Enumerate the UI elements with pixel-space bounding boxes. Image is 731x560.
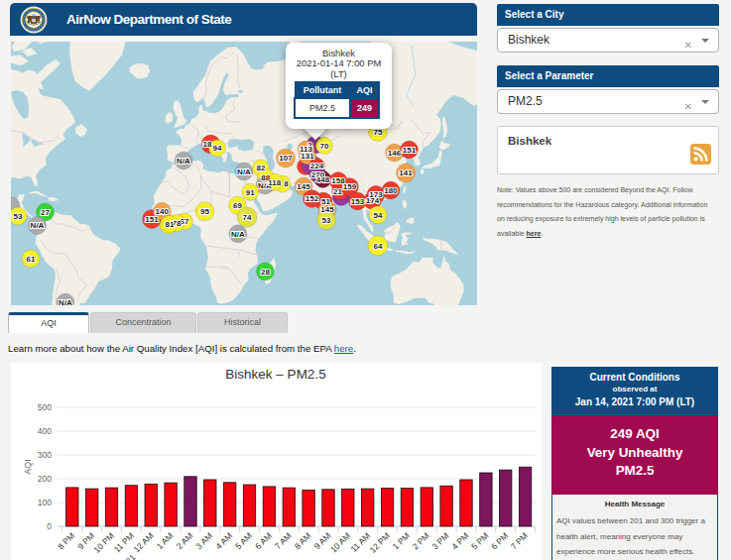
svg-text:8 PM: 8 PM xyxy=(56,530,76,551)
svg-text:21: 21 xyxy=(124,552,138,560)
svg-text:12 PM: 12 PM xyxy=(368,530,392,554)
svg-text:AQI: AQI xyxy=(23,459,33,475)
svg-text:11 PM: 11 PM xyxy=(112,530,136,554)
svg-text:Bishkek – PM2.5: Bishkek – PM2.5 xyxy=(225,367,325,382)
svg-text:1 PM: 1 PM xyxy=(391,530,412,551)
svg-text:2 PM: 2 PM xyxy=(411,530,431,551)
svg-text:11 AM: 11 AM xyxy=(348,530,372,554)
svg-text:400: 400 xyxy=(38,426,52,436)
svg-text:7 AM: 7 AM xyxy=(273,530,294,551)
svg-text:4 AM: 4 AM xyxy=(213,530,234,551)
svg-text:5 AM: 5 AM xyxy=(233,530,254,551)
svg-text:3 PM: 3 PM xyxy=(429,530,450,551)
svg-text:2 AM: 2 AM xyxy=(175,530,195,551)
svg-text:200: 200 xyxy=(38,474,52,484)
svg-text:8 AM: 8 AM xyxy=(293,530,313,551)
svg-text:10 PM: 10 PM xyxy=(91,530,115,554)
svg-text:5 PM: 5 PM xyxy=(469,530,490,551)
svg-text:6 PM: 6 PM xyxy=(489,530,510,551)
svg-text:1 AM: 1 AM xyxy=(155,530,176,551)
svg-text:500: 500 xyxy=(38,402,52,412)
svg-text:6 AM: 6 AM xyxy=(253,530,274,551)
svg-text:300: 300 xyxy=(38,450,52,460)
svg-text:100: 100 xyxy=(38,498,52,507)
svg-text:10 AM: 10 AM xyxy=(328,530,352,554)
svg-text:7 PM: 7 PM xyxy=(509,530,530,551)
svg-text:3 AM: 3 AM xyxy=(193,530,214,551)
svg-text:0: 0 xyxy=(47,521,52,531)
svg-text:12 AM: 12 AM xyxy=(131,530,155,554)
svg-text:4 PM: 4 PM xyxy=(449,530,470,551)
